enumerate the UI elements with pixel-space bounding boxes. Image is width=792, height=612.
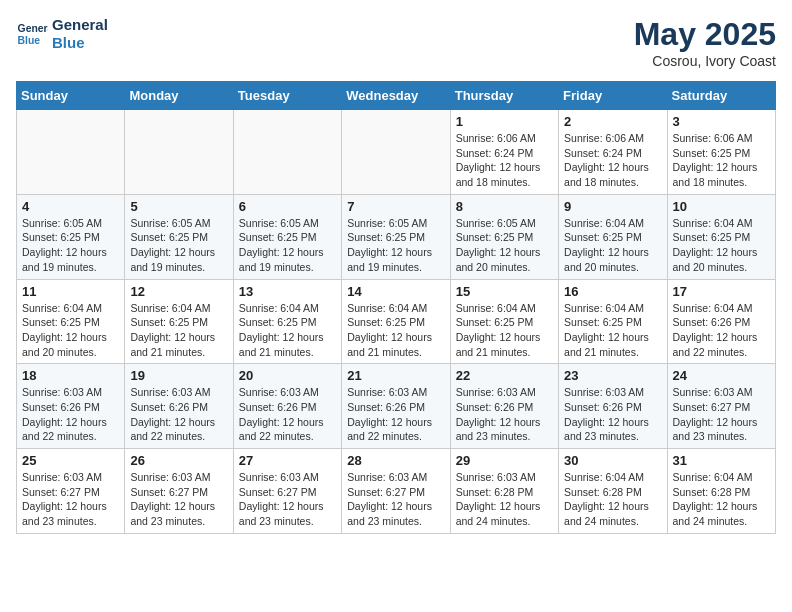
day-number: 14: [347, 284, 444, 299]
calendar-cell: 24Sunrise: 6:03 AMSunset: 6:27 PMDayligh…: [667, 364, 775, 449]
day-number: 29: [456, 453, 553, 468]
day-info: Sunrise: 6:04 AMSunset: 6:25 PMDaylight:…: [456, 301, 553, 360]
day-number: 19: [130, 368, 227, 383]
day-info: Sunrise: 6:06 AMSunset: 6:24 PMDaylight:…: [564, 131, 661, 190]
calendar-cell: 25Sunrise: 6:03 AMSunset: 6:27 PMDayligh…: [17, 449, 125, 534]
page-header: General Blue General Blue May 2025 Cosro…: [16, 16, 776, 69]
day-number: 24: [673, 368, 770, 383]
day-info: Sunrise: 6:05 AMSunset: 6:25 PMDaylight:…: [347, 216, 444, 275]
day-info: Sunrise: 6:04 AMSunset: 6:28 PMDaylight:…: [564, 470, 661, 529]
calendar-week-1: 1Sunrise: 6:06 AMSunset: 6:24 PMDaylight…: [17, 110, 776, 195]
day-info: Sunrise: 6:04 AMSunset: 6:25 PMDaylight:…: [130, 301, 227, 360]
col-header-wednesday: Wednesday: [342, 82, 450, 110]
day-info: Sunrise: 6:04 AMSunset: 6:25 PMDaylight:…: [347, 301, 444, 360]
day-number: 21: [347, 368, 444, 383]
calendar-cell: 17Sunrise: 6:04 AMSunset: 6:26 PMDayligh…: [667, 279, 775, 364]
month-title: May 2025: [634, 16, 776, 53]
day-number: 28: [347, 453, 444, 468]
day-number: 27: [239, 453, 336, 468]
day-info: Sunrise: 6:03 AMSunset: 6:27 PMDaylight:…: [347, 470, 444, 529]
calendar-cell: 22Sunrise: 6:03 AMSunset: 6:26 PMDayligh…: [450, 364, 558, 449]
calendar-week-5: 25Sunrise: 6:03 AMSunset: 6:27 PMDayligh…: [17, 449, 776, 534]
day-info: Sunrise: 6:05 AMSunset: 6:25 PMDaylight:…: [456, 216, 553, 275]
logo-general: General: [52, 16, 108, 34]
day-number: 22: [456, 368, 553, 383]
calendar-week-2: 4Sunrise: 6:05 AMSunset: 6:25 PMDaylight…: [17, 194, 776, 279]
calendar-cell: 26Sunrise: 6:03 AMSunset: 6:27 PMDayligh…: [125, 449, 233, 534]
calendar-cell: 4Sunrise: 6:05 AMSunset: 6:25 PMDaylight…: [17, 194, 125, 279]
day-info: Sunrise: 6:04 AMSunset: 6:25 PMDaylight:…: [564, 301, 661, 360]
day-info: Sunrise: 6:03 AMSunset: 6:27 PMDaylight:…: [130, 470, 227, 529]
day-info: Sunrise: 6:05 AMSunset: 6:25 PMDaylight:…: [22, 216, 119, 275]
day-number: 4: [22, 199, 119, 214]
col-header-monday: Monday: [125, 82, 233, 110]
calendar-cell: 2Sunrise: 6:06 AMSunset: 6:24 PMDaylight…: [559, 110, 667, 195]
location-subtitle: Cosrou, Ivory Coast: [634, 53, 776, 69]
day-info: Sunrise: 6:04 AMSunset: 6:25 PMDaylight:…: [239, 301, 336, 360]
day-info: Sunrise: 6:04 AMSunset: 6:25 PMDaylight:…: [22, 301, 119, 360]
calendar-cell: 1Sunrise: 6:06 AMSunset: 6:24 PMDaylight…: [450, 110, 558, 195]
day-number: 7: [347, 199, 444, 214]
calendar-cell: 16Sunrise: 6:04 AMSunset: 6:25 PMDayligh…: [559, 279, 667, 364]
day-number: 17: [673, 284, 770, 299]
calendar-cell: [125, 110, 233, 195]
day-number: 11: [22, 284, 119, 299]
calendar-week-3: 11Sunrise: 6:04 AMSunset: 6:25 PMDayligh…: [17, 279, 776, 364]
day-info: Sunrise: 6:03 AMSunset: 6:26 PMDaylight:…: [239, 385, 336, 444]
day-number: 9: [564, 199, 661, 214]
day-info: Sunrise: 6:03 AMSunset: 6:26 PMDaylight:…: [130, 385, 227, 444]
day-info: Sunrise: 6:03 AMSunset: 6:26 PMDaylight:…: [347, 385, 444, 444]
day-number: 31: [673, 453, 770, 468]
col-header-friday: Friday: [559, 82, 667, 110]
calendar-table: SundayMondayTuesdayWednesdayThursdayFrid…: [16, 81, 776, 534]
day-number: 20: [239, 368, 336, 383]
logo: General Blue General Blue: [16, 16, 108, 52]
col-header-thursday: Thursday: [450, 82, 558, 110]
day-number: 6: [239, 199, 336, 214]
day-number: 1: [456, 114, 553, 129]
svg-text:General: General: [18, 23, 48, 34]
calendar-cell: 3Sunrise: 6:06 AMSunset: 6:25 PMDaylight…: [667, 110, 775, 195]
day-info: Sunrise: 6:04 AMSunset: 6:26 PMDaylight:…: [673, 301, 770, 360]
day-info: Sunrise: 6:03 AMSunset: 6:27 PMDaylight:…: [673, 385, 770, 444]
calendar-cell: 31Sunrise: 6:04 AMSunset: 6:28 PMDayligh…: [667, 449, 775, 534]
day-info: Sunrise: 6:04 AMSunset: 6:28 PMDaylight:…: [673, 470, 770, 529]
day-info: Sunrise: 6:03 AMSunset: 6:26 PMDaylight:…: [564, 385, 661, 444]
day-number: 18: [22, 368, 119, 383]
day-number: 13: [239, 284, 336, 299]
day-info: Sunrise: 6:06 AMSunset: 6:24 PMDaylight:…: [456, 131, 553, 190]
calendar-cell: 7Sunrise: 6:05 AMSunset: 6:25 PMDaylight…: [342, 194, 450, 279]
day-info: Sunrise: 6:05 AMSunset: 6:25 PMDaylight:…: [130, 216, 227, 275]
day-number: 3: [673, 114, 770, 129]
calendar-cell: 5Sunrise: 6:05 AMSunset: 6:25 PMDaylight…: [125, 194, 233, 279]
day-number: 10: [673, 199, 770, 214]
day-number: 30: [564, 453, 661, 468]
day-number: 5: [130, 199, 227, 214]
calendar-cell: [233, 110, 341, 195]
day-info: Sunrise: 6:03 AMSunset: 6:26 PMDaylight:…: [456, 385, 553, 444]
day-number: 23: [564, 368, 661, 383]
calendar-cell: 8Sunrise: 6:05 AMSunset: 6:25 PMDaylight…: [450, 194, 558, 279]
day-number: 2: [564, 114, 661, 129]
day-number: 26: [130, 453, 227, 468]
day-info: Sunrise: 6:06 AMSunset: 6:25 PMDaylight:…: [673, 131, 770, 190]
col-header-sunday: Sunday: [17, 82, 125, 110]
logo-icon: General Blue: [16, 18, 48, 50]
svg-text:Blue: Blue: [18, 35, 41, 46]
calendar-cell: 12Sunrise: 6:04 AMSunset: 6:25 PMDayligh…: [125, 279, 233, 364]
calendar-cell: 19Sunrise: 6:03 AMSunset: 6:26 PMDayligh…: [125, 364, 233, 449]
day-info: Sunrise: 6:03 AMSunset: 6:27 PMDaylight:…: [239, 470, 336, 529]
calendar-cell: 27Sunrise: 6:03 AMSunset: 6:27 PMDayligh…: [233, 449, 341, 534]
calendar-cell: [342, 110, 450, 195]
calendar-header-row: SundayMondayTuesdayWednesdayThursdayFrid…: [17, 82, 776, 110]
day-number: 12: [130, 284, 227, 299]
logo-blue: Blue: [52, 34, 108, 52]
calendar-week-4: 18Sunrise: 6:03 AMSunset: 6:26 PMDayligh…: [17, 364, 776, 449]
calendar-cell: [17, 110, 125, 195]
day-number: 15: [456, 284, 553, 299]
day-info: Sunrise: 6:04 AMSunset: 6:25 PMDaylight:…: [564, 216, 661, 275]
day-number: 16: [564, 284, 661, 299]
calendar-cell: 14Sunrise: 6:04 AMSunset: 6:25 PMDayligh…: [342, 279, 450, 364]
day-info: Sunrise: 6:05 AMSunset: 6:25 PMDaylight:…: [239, 216, 336, 275]
calendar-cell: 30Sunrise: 6:04 AMSunset: 6:28 PMDayligh…: [559, 449, 667, 534]
